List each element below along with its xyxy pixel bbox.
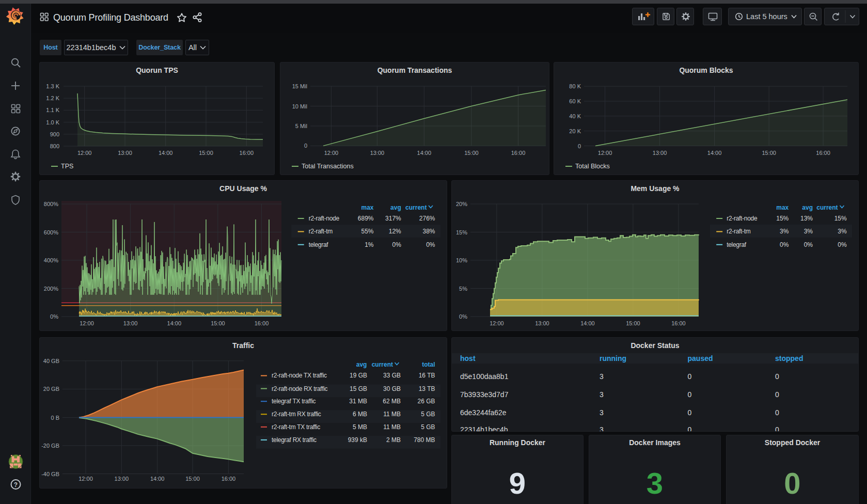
svg-text:current: current [372,361,393,368]
svg-text:current: current [405,204,427,211]
svg-text:r2-raft-tm: r2-raft-tm [309,228,333,235]
svg-text:avg: avg [802,204,813,211]
svg-text:0%: 0% [838,241,847,248]
svg-text:12:00: 12:00 [598,150,612,156]
svg-text:13:00: 13:00 [370,150,385,156]
svg-text:900: 900 [50,131,59,137]
svg-text:0: 0 [688,390,692,399]
svg-text:7b3933e3d7d7: 7b3933e3d7d7 [460,390,509,399]
svg-text:1.1 K: 1.1 K [46,107,59,113]
svg-text:total: total [422,361,435,368]
svg-text:12:00: 12:00 [78,476,93,482]
svg-text:13 TB: 13 TB [419,385,435,392]
svg-text:0: 0 [304,143,307,149]
svg-text:689%: 689% [358,215,374,222]
svg-text:15:00: 15:00 [762,150,776,156]
svg-text:16:00: 16:00 [816,150,830,156]
svg-text:31 MB: 31 MB [349,398,367,405]
svg-text:avg: avg [356,361,367,368]
svg-text:15%: 15% [834,215,847,222]
svg-text:3: 3 [600,426,604,432]
svg-text:16:00: 16:00 [671,320,686,326]
svg-text:60 K: 60 K [569,98,581,104]
svg-text:33 GB: 33 GB [383,372,401,379]
svg-text:0: 0 [775,426,779,432]
svg-text:r2-raft-tm: r2-raft-tm [727,228,751,235]
svg-text:12%: 12% [389,228,401,235]
svg-text:-20 GB: -20 GB [41,443,59,449]
svg-text:15:00: 15:00 [626,320,640,326]
svg-text:11 MB: 11 MB [383,423,401,431]
svg-text:1%: 1% [365,241,374,248]
svg-text:d5e100daa8b1: d5e100daa8b1 [460,372,509,381]
svg-text:max: max [776,204,789,211]
svg-text:3: 3 [600,390,604,399]
svg-text:13:00: 13:00 [653,150,667,156]
svg-text:r2-raft-node: r2-raft-node [309,215,340,222]
svg-text:16:00: 16:00 [240,150,254,156]
svg-text:telegraf: telegraf [309,241,329,248]
svg-text:0 B: 0 B [51,415,59,421]
svg-text:host: host [460,354,476,363]
svg-text:2 MB: 2 MB [386,436,401,444]
svg-text:780 MB: 780 MB [414,436,435,444]
svg-text:stopped: stopped [775,354,803,363]
svg-text:800: 800 [50,143,59,149]
svg-text:max: max [361,204,373,211]
svg-text:14:00: 14:00 [150,476,165,482]
svg-text:14:00: 14:00 [707,150,722,156]
svg-text:3%: 3% [780,228,789,235]
svg-text:15 GB: 15 GB [350,385,367,392]
svg-text:Last 5 hours: Last 5 hours [746,12,787,21]
svg-text:0: 0 [775,372,779,381]
svg-text:20%: 20% [456,201,467,207]
svg-text:6 MB: 6 MB [353,411,367,418]
svg-text:5 GB: 5 GB [421,411,435,418]
svg-text:276%: 276% [419,215,435,222]
svg-text:3%: 3% [838,228,847,235]
svg-text:0%: 0% [804,241,813,248]
svg-text:1.2 K: 1.2 K [46,95,59,101]
svg-text:Quorum Profiling Dashboard: Quorum Profiling Dashboard [53,12,168,23]
svg-text:14:00: 14:00 [159,150,173,156]
svg-text:11 MB: 11 MB [383,411,401,418]
svg-text:600%: 600% [44,229,58,235]
svg-text:5%: 5% [459,286,467,292]
svg-text:r2-raft-node RX traffic: r2-raft-node RX traffic [272,385,328,392]
svg-text:0: 0 [775,408,779,417]
svg-text:10%: 10% [456,257,467,263]
svg-text:5 MB: 5 MB [353,423,367,431]
svg-text:40 GB: 40 GB [43,358,59,364]
svg-text:10 Mil: 10 Mil [292,103,307,109]
svg-text:0: 0 [688,426,692,432]
svg-text:38%: 38% [422,228,435,235]
svg-text:13:00: 13:00 [118,150,132,156]
svg-text:14:00: 14:00 [417,150,432,156]
svg-text:317%: 317% [385,215,401,222]
svg-text:12:00: 12:00 [324,150,339,156]
svg-text:5 GB: 5 GB [421,423,435,431]
svg-text:15%: 15% [776,215,789,222]
svg-text:16:00: 16:00 [511,150,526,156]
svg-text:200%: 200% [44,286,58,292]
svg-text:13:00: 13:00 [123,320,138,326]
svg-text:13:00: 13:00 [115,476,129,482]
svg-text:400%: 400% [44,257,58,263]
svg-text:0: 0 [688,408,692,417]
svg-text:16:00: 16:00 [255,320,269,326]
svg-text:3: 3 [600,408,604,417]
svg-text:22314b1bec4b: 22314b1bec4b [460,426,508,432]
svg-text:0%: 0% [780,241,789,248]
svg-text:telegraf TX traffic: telegraf TX traffic [272,398,316,405]
svg-text:15 Mil: 15 Mil [292,83,307,89]
svg-text:0: 0 [578,143,581,149]
svg-text:14:00: 14:00 [167,320,182,326]
svg-text:r2-raft-tm TX traffic: r2-raft-tm TX traffic [272,423,320,431]
svg-text:r2-raft-tm RX traffic: r2-raft-tm RX traffic [272,411,321,418]
svg-text:1.0 K: 1.0 K [46,119,59,125]
svg-text:939 kB: 939 kB [348,436,367,444]
svg-text:running: running [600,354,626,363]
svg-text:19 GB: 19 GB [350,372,367,379]
svg-text:0%: 0% [426,241,435,248]
svg-text:12:00: 12:00 [490,320,504,326]
